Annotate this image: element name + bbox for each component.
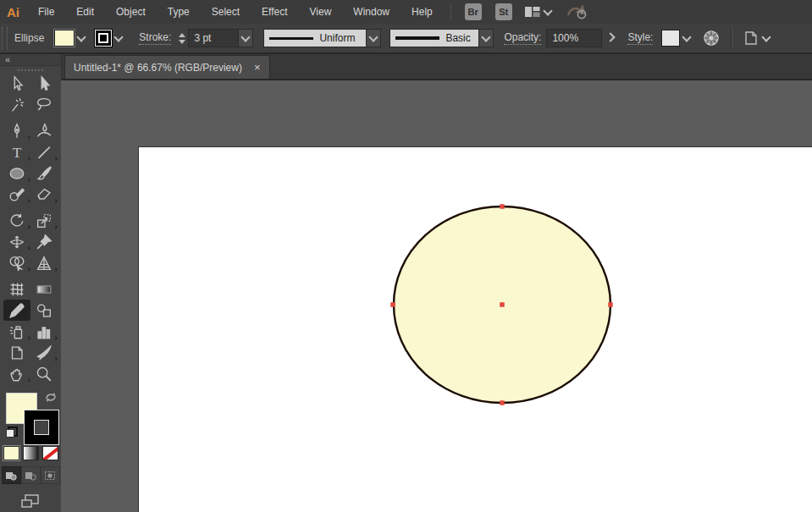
opacity-field[interactable]: 100% bbox=[546, 29, 602, 47]
sync-status-button[interactable] bbox=[566, 3, 588, 20]
width-tool[interactable] bbox=[3, 231, 30, 252]
perspective-grid-tool[interactable] bbox=[30, 252, 58, 273]
workspace-icon bbox=[524, 5, 541, 19]
screen-mode-button[interactable] bbox=[19, 493, 41, 512]
controlbar-divider bbox=[731, 28, 732, 48]
menu-help[interactable]: Help bbox=[400, 0, 444, 24]
line-segment-tool[interactable] bbox=[30, 141, 58, 162]
opacity-flyout-icon[interactable] bbox=[606, 32, 616, 41]
menu-select[interactable]: Select bbox=[201, 0, 251, 24]
blend-tool[interactable] bbox=[30, 300, 58, 321]
stock-button[interactable]: St bbox=[495, 3, 512, 20]
free-transform-tool[interactable] bbox=[30, 231, 58, 252]
shaper-tool[interactable] bbox=[3, 184, 30, 205]
pen-tool[interactable] bbox=[3, 120, 30, 141]
close-icon[interactable]: × bbox=[254, 62, 261, 73]
free-transform-icon bbox=[35, 233, 53, 251]
chevron-down-icon bbox=[682, 32, 692, 41]
eyedropper-icon bbox=[8, 301, 26, 320]
document-tab[interactable]: Untitled-1* @ 66.67% (RGB/Preview) × bbox=[64, 55, 270, 79]
gradient-button[interactable] bbox=[23, 446, 39, 460]
curvature-tool[interactable] bbox=[30, 120, 58, 141]
style-dropdown[interactable] bbox=[661, 30, 693, 47]
slice-tool[interactable] bbox=[30, 342, 58, 363]
shaper-icon bbox=[8, 185, 26, 204]
shape-builder-icon bbox=[8, 254, 26, 273]
mesh-tool[interactable] bbox=[3, 278, 30, 300]
anchor-point[interactable] bbox=[608, 302, 613, 307]
draw-normal-button[interactable] bbox=[2, 466, 21, 484]
magic-wand-tool[interactable] bbox=[3, 94, 30, 115]
collapse-panel-button[interactable]: « bbox=[0, 54, 61, 66]
ellipse-tool[interactable] bbox=[3, 162, 30, 184]
menu-items: FileEditObjectTypeSelectEffectViewWindow… bbox=[27, 0, 444, 24]
symbol-sprayer-tool[interactable] bbox=[3, 321, 30, 342]
draw-normal-icon bbox=[5, 471, 17, 481]
lasso-tool[interactable] bbox=[30, 94, 58, 115]
brush-dropdown-button[interactable] bbox=[479, 29, 494, 47]
blend-icon bbox=[35, 301, 53, 320]
type-tool[interactable]: T bbox=[3, 141, 30, 162]
stroke-panel-link[interactable]: Stroke: bbox=[139, 31, 171, 45]
workspace-switcher[interactable] bbox=[524, 5, 555, 19]
chevron-down-icon bbox=[543, 6, 552, 15]
swap-fill-stroke-button[interactable] bbox=[44, 391, 58, 405]
opacity-panel-link[interactable]: Opacity: bbox=[504, 31, 541, 45]
brush-definition-dropdown[interactable]: Basic bbox=[389, 29, 494, 47]
menu-object[interactable]: Object bbox=[105, 0, 157, 24]
anchor-point[interactable] bbox=[500, 204, 505, 209]
stroke-color-swatch[interactable] bbox=[95, 30, 112, 47]
anchor-point[interactable] bbox=[500, 400, 505, 405]
stepper-down-icon[interactable] bbox=[179, 40, 185, 44]
menu-window[interactable]: Window bbox=[342, 0, 400, 24]
paintbrush-tool[interactable] bbox=[30, 162, 58, 184]
width-profile-dropdown[interactable]: Uniform bbox=[263, 29, 381, 47]
brush-definition-value: Basic bbox=[445, 32, 470, 44]
artboard-icon bbox=[8, 344, 26, 362]
stroke-weight-dropdown-button[interactable] bbox=[239, 29, 253, 47]
recolor-artwork-button[interactable] bbox=[703, 30, 720, 47]
fill-color-swatch[interactable] bbox=[54, 30, 75, 47]
default-fill-stroke-button[interactable] bbox=[6, 427, 18, 438]
menu-type[interactable]: Type bbox=[157, 0, 201, 24]
center-point[interactable] bbox=[500, 302, 505, 307]
hand-tool[interactable] bbox=[3, 363, 30, 384]
zoom-tool[interactable] bbox=[30, 363, 58, 384]
style-panel-link[interactable]: Style: bbox=[627, 31, 653, 45]
artboard-tool[interactable] bbox=[3, 342, 30, 363]
stepper-up-icon[interactable] bbox=[179, 33, 185, 37]
menu-view[interactable]: View bbox=[299, 0, 343, 24]
none-button[interactable] bbox=[42, 446, 58, 460]
shape-builder-tool[interactable] bbox=[3, 252, 30, 273]
panel-grip[interactable] bbox=[18, 69, 43, 71]
menu-file[interactable]: File bbox=[27, 0, 65, 24]
selection-tool[interactable] bbox=[3, 73, 30, 94]
menu-effect[interactable]: Effect bbox=[251, 0, 298, 24]
stroke-color-dropdown[interactable] bbox=[95, 30, 125, 47]
style-swatch[interactable] bbox=[661, 30, 680, 47]
menu-edit[interactable]: Edit bbox=[65, 0, 105, 24]
color-mode-buttons bbox=[3, 446, 58, 460]
draw-behind-button[interactable] bbox=[21, 466, 41, 484]
bridge-button[interactable]: Br bbox=[465, 3, 482, 20]
isolate-object-button[interactable] bbox=[743, 30, 773, 47]
gradient-tool[interactable] bbox=[30, 278, 58, 300]
gradient-icon bbox=[35, 280, 53, 299]
width-profile-dropdown-button[interactable] bbox=[367, 29, 381, 47]
column-graph-tool[interactable] bbox=[30, 321, 58, 342]
fill-color-dropdown[interactable] bbox=[54, 30, 88, 47]
scale-tool[interactable] bbox=[30, 210, 58, 231]
stroke-weight-stepper[interactable] bbox=[179, 33, 185, 44]
rotate-tool[interactable] bbox=[3, 210, 30, 231]
selected-ellipse-shape[interactable] bbox=[61, 80, 812, 512]
color-button[interactable] bbox=[3, 446, 19, 460]
direct-selection-tool[interactable] bbox=[30, 73, 58, 94]
canvas-area[interactable] bbox=[61, 80, 812, 512]
align-buttons bbox=[784, 30, 812, 47]
stroke-weight-field[interactable]: 3 pt bbox=[188, 29, 239, 47]
stroke-proxy-swatch[interactable] bbox=[24, 410, 59, 445]
eyedropper-tool[interactable] bbox=[3, 300, 30, 321]
anchor-point[interactable] bbox=[390, 302, 395, 307]
eraser-tool[interactable] bbox=[30, 184, 58, 205]
draw-inside-button[interactable] bbox=[41, 466, 60, 484]
